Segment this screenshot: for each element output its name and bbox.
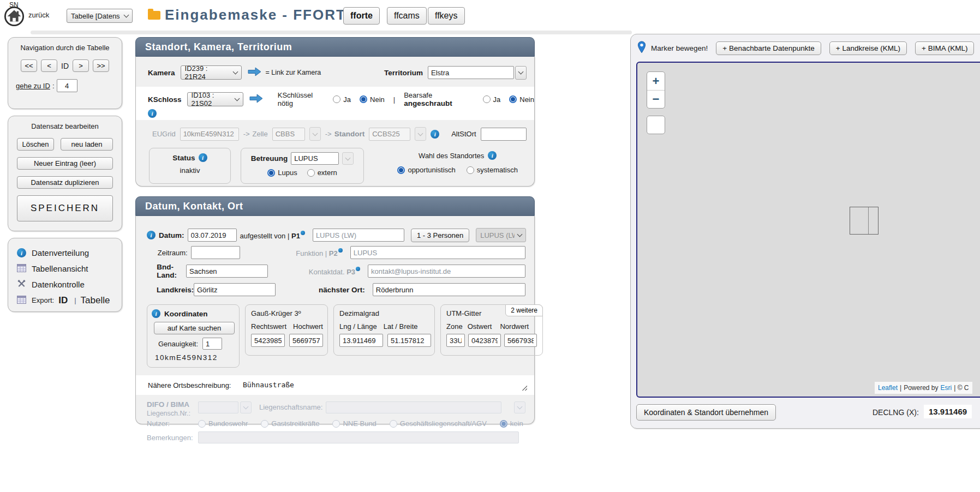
bearsafe-nein-radio[interactable] xyxy=(509,95,517,103)
genauigkeit-input[interactable] xyxy=(202,338,222,350)
info-icon[interactable] xyxy=(338,248,343,253)
rechtswert-input[interactable] xyxy=(251,334,285,347)
last-record-button[interactable]: >> xyxy=(93,59,109,72)
resize-handle[interactable] xyxy=(521,385,527,391)
map-attribution: Leaflet | Powered by Esri | © C xyxy=(875,382,972,394)
back-link[interactable]: zurück xyxy=(28,11,49,19)
zelle-label: Zelle xyxy=(253,130,268,138)
betreuung-extern-radio[interactable] xyxy=(307,169,315,177)
landkreis-label: Landkreis: xyxy=(157,286,190,294)
utm-ostwert-input[interactable] xyxy=(468,334,501,347)
p2-label: Funktion xyxy=(296,249,323,257)
liegenschaftsname-input xyxy=(326,401,501,413)
apply-coordinates-button[interactable]: Koordinaten & Standort übernehmen xyxy=(636,404,776,421)
info-icon[interactable] xyxy=(301,231,305,235)
wahl-opportunistisch-radio[interactable] xyxy=(397,166,405,174)
bndland-label: Bnd-Land: xyxy=(157,263,183,279)
territorium-input[interactable] xyxy=(428,66,514,79)
table-view-link[interactable]: Tabellenansicht xyxy=(17,261,122,277)
separator: | xyxy=(393,95,395,104)
table-select[interactable]: Tabelle [Datens xyxy=(67,9,133,23)
territorium-dropdown-button[interactable] xyxy=(515,66,527,80)
eugrid-input xyxy=(180,128,239,141)
more-coordinates-button[interactable]: 2 weitere xyxy=(505,304,543,316)
new-entry-button[interactable]: Neuer Eintrag (leer) xyxy=(17,157,113,170)
neighbor-datapoints-button[interactable]: + Benachbarte Datenpunkte xyxy=(716,41,821,55)
personen-button[interactable]: 1 - 3 Personen xyxy=(411,229,469,242)
duplicate-record-button[interactable]: Datensatz duplizieren xyxy=(17,176,113,189)
info-icon[interactable] xyxy=(148,109,157,118)
data-control-link[interactable]: Datenkontrolle xyxy=(17,277,122,292)
betreuung-input[interactable] xyxy=(291,152,339,165)
zoom-in-button[interactable]: + xyxy=(647,72,665,90)
lng-input[interactable] xyxy=(339,334,383,347)
info-icon[interactable] xyxy=(199,153,207,162)
altstort-input[interactable] xyxy=(481,128,527,141)
zeitraum-input[interactable] xyxy=(191,246,240,259)
info-icon[interactable] xyxy=(147,231,156,239)
bemerkungen-label: Bemerkungen: xyxy=(147,434,198,442)
home-icon[interactable] xyxy=(4,6,25,28)
landkreise-kml-button[interactable]: + Landkreise (KML) xyxy=(829,41,907,55)
kschloss-link-arrow-icon[interactable] xyxy=(249,94,264,105)
utm-nordwert-input[interactable] xyxy=(504,334,537,347)
hochwert-input[interactable] xyxy=(289,334,323,347)
data-distribution-link[interactable]: Datenverteilung xyxy=(17,245,122,261)
delete-button[interactable]: Löschen xyxy=(17,138,54,151)
gk-col2-label: Hochwert xyxy=(293,322,323,331)
save-button[interactable]: SPEICHERN xyxy=(17,195,113,221)
p1-input[interactable] xyxy=(313,229,404,242)
bearsafe-ja-radio[interactable] xyxy=(483,95,491,103)
goto-id-input[interactable] xyxy=(57,79,77,92)
export-row: Export: ID | Tabelle xyxy=(17,292,122,308)
datum-input[interactable] xyxy=(188,229,237,242)
status-label: Status xyxy=(172,154,195,162)
betreuung-dropdown-button[interactable] xyxy=(342,152,354,165)
p1-select[interactable]: LUPUS (LW xyxy=(476,228,526,242)
p3-input[interactable] xyxy=(368,265,525,278)
naechster-ort-input[interactable] xyxy=(373,283,525,296)
export-table-link[interactable]: Tabelle xyxy=(81,295,110,306)
app-button-ffcams[interactable]: ffcams xyxy=(387,7,427,25)
karte-suchen-button[interactable]: auf Karte suchen xyxy=(154,322,235,334)
kamera-select[interactable]: ID239 : 21R24 xyxy=(181,65,242,80)
wahl-opportunistisch-label: opportunistisch xyxy=(408,166,455,174)
app-button-fforte[interactable]: fforte xyxy=(343,7,380,25)
next-record-button[interactable]: > xyxy=(73,59,89,72)
utm-zone-input[interactable] xyxy=(446,334,465,347)
bima-kml-button[interactable]: + BIMA (KML) xyxy=(915,41,974,55)
landkreis-input[interactable] xyxy=(194,283,276,296)
tools-panel: Datenverteilung Tabellenansicht Datenkon… xyxy=(8,238,122,312)
kschloss-select[interactable]: ID103 : 21S02 xyxy=(187,92,243,106)
goto-id-link[interactable]: gehe zu ID xyxy=(16,82,50,90)
info-icon[interactable] xyxy=(488,151,497,160)
kschluessel-ja-radio[interactable] xyxy=(333,95,340,103)
betreuung-extern-label: extern xyxy=(318,169,337,177)
info-icon[interactable] xyxy=(431,130,439,139)
export-id-link[interactable]: ID xyxy=(58,295,68,306)
esri-link[interactable]: Esri xyxy=(941,384,952,392)
app-button-ffkeys[interactable]: ffkeys xyxy=(428,7,465,25)
map-canvas[interactable]: + − Leaflet | Powered by Esri | © C xyxy=(636,62,980,398)
bndland-input[interactable] xyxy=(186,265,268,278)
previous-record-button[interactable]: < xyxy=(41,59,57,72)
liegenschaft-nr-input xyxy=(198,401,238,413)
p2-input[interactable] xyxy=(350,246,525,259)
declng-label: DECLNG (X): xyxy=(873,408,919,417)
horizontal-scrollbar[interactable] xyxy=(31,31,632,34)
info-icon[interactable] xyxy=(152,309,160,318)
ortsbeschreibung-textarea[interactable]: Bühnaustraße xyxy=(240,379,528,392)
nutzer-bundeswehr-radio xyxy=(198,420,206,428)
kschluessel-nein-radio[interactable] xyxy=(360,95,367,103)
bearsafe-label: Bearsafe xyxy=(404,91,432,99)
lat-input[interactable] xyxy=(387,334,431,347)
reload-button[interactable]: neu laden xyxy=(61,138,113,151)
zoom-out-button[interactable]: − xyxy=(647,90,665,108)
map-layers-button[interactable] xyxy=(647,116,665,134)
betreuung-lupus-radio[interactable] xyxy=(267,169,275,177)
first-record-button[interactable]: << xyxy=(21,59,37,72)
leaflet-link[interactable]: Leaflet xyxy=(878,384,898,392)
info-icon[interactable] xyxy=(356,267,360,271)
wahl-systematisch-radio[interactable] xyxy=(467,166,474,174)
camera-link-arrow-icon[interactable] xyxy=(247,67,262,78)
